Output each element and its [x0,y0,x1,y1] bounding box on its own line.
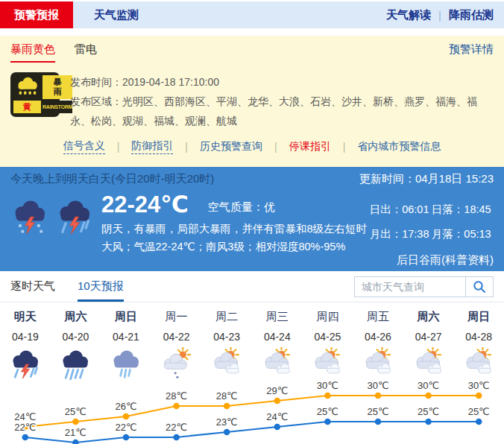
svg-text:30℃: 30℃ [317,380,338,391]
current-weather-panel: 今天晚上到明天白天(今日20时-明天20时) 更新时间：04月18日 15:23… [0,167,504,271]
partly-cloudy-icon [453,347,504,380]
forecast-period-title: 今天晚上到明天白天(今日20时-明天20时) [10,172,214,188]
publish-time-value: 2019-04-18 17:10:00 [122,76,219,88]
tab-hourly-weather[interactable]: 逐时天气 [10,279,55,302]
thunderstorm-icon [0,347,51,380]
weather-description: 阴天，有暴雨，局部大暴雨，并伴有雷暴和8级左右短时大风；气温22-24℃；南风3… [101,220,370,256]
tab-ten-day-forecast[interactable]: 10天预报 [78,279,124,302]
partly-cloudy-icon [353,347,403,380]
svg-text:22℃: 22℃ [115,422,136,433]
publish-area-value: 光明区、西部海区、平湖、龙华、大浪、石岩、沙井、新桥、燕罗、福海、福永、松岗、观… [70,95,477,127]
warning-info: 发布时间：2019-04-18 17:10:00 发布区域：光明区、西部海区、平… [70,72,494,130]
link-weather-interpretation[interactable]: 天气解读 [386,8,431,22]
partly-cloudy-icon [403,347,454,380]
svg-text:25℃: 25℃ [65,406,86,417]
link-history-warning-query[interactable]: 历史预警查询 [200,140,262,153]
day-name: 周一 [151,310,202,323]
current-weather-icons [10,191,101,252]
svg-text:23℃: 23℃ [216,416,238,428]
forecast-day[interactable]: 周四04-25 [303,310,353,380]
forecast-day[interactable]: 周二04-23 [201,310,252,380]
svg-text:24℃: 24℃ [14,411,36,422]
day-name: 周三 [252,310,303,323]
forecast-day[interactable]: 周一04-22 [151,310,202,380]
thunderstorm-icon [55,197,94,252]
forecast-tabs-bar: 逐时天气 10天预报 [0,271,504,302]
day-name: 周六 [403,310,454,323]
links-divider: | [117,141,120,153]
svg-text:28℃: 28℃ [166,390,187,402]
svg-text:25℃: 25℃ [317,406,338,417]
day-date: 04-26 [353,331,403,343]
warning-links-row: 信号含义 | 防御指引 | 历史预警查询 | 停课指引 | 省内城市预警信息 [0,139,504,154]
current-weather-summary: 22-24℃ 空气质量：优 阴天，有暴雨，局部大暴雨，并伴有雷暴和8级左右短时大… [101,191,370,252]
svg-text:25℃: 25℃ [367,406,388,417]
forecast-day[interactable]: 周六04-27 [403,310,454,380]
heavy-rain-icon [51,347,101,380]
warning-cloud-icon [13,75,41,99]
search-icon [472,279,487,294]
moonset-time: 月落：05:13 [432,227,494,241]
forecast-day[interactable]: 周日04-28 [453,310,504,380]
day-name: 周日 [101,310,151,323]
link-rain-estimate[interactable]: 降雨估测 [449,8,494,22]
tab-lightning[interactable]: 雷电 [75,42,97,63]
nav-divider: | [438,9,441,22]
forecast-day[interactable]: 周五04-26 [353,310,403,380]
sun-moon-times: 日出：06:01 日落：18:45 月出：17:38 月落：05:13 [370,191,494,252]
day-date: 04-25 [303,331,353,343]
ten-day-grid: 明天04-19周六04-20周日04-21周一04-22 周二04-23 周三0… [0,302,504,380]
day-date: 04-24 [252,331,303,343]
day-name: 周四 [303,310,353,323]
sunset-time: 日落：18:45 [432,203,494,217]
search-button[interactable] [465,276,494,297]
svg-text:30℃: 30℃ [367,380,388,391]
day-name: 明天 [0,310,51,323]
links-divider: | [274,141,277,153]
tab-rainstorm-yellow[interactable]: 暴雨黄色 [10,42,55,63]
city-search-input[interactable] [354,276,466,297]
tab-weather-monitor[interactable]: 天气监测 [73,1,160,28]
link-province-city-warnings[interactable]: 省内城市预警信息 [357,140,441,153]
publish-time-row: 发布时间：2019-04-18 17:10:00 [70,72,494,92]
rain-icon [101,347,151,380]
tab-warning-forecast[interactable]: 预警预报 [0,1,73,28]
svg-text:28℃: 28℃ [216,390,238,402]
link-class-suspension-guide[interactable]: 停课指引 [289,140,331,153]
link-defense-guide[interactable]: 防御指引 [131,139,173,154]
publish-area-row: 发布区域：光明区、西部海区、平湖、龙华、大浪、石岩、沙井、新桥、燕罗、福海、福永… [70,92,494,130]
day-name: 周二 [201,310,252,323]
warning-body: 暴 雨 黄 RAINSTORM 发布时间：2019-04-18 17:10:00… [0,63,504,130]
links-divider: | [185,141,188,153]
moonrise-time: 月出：17:38 [370,227,432,241]
day-date: 04-27 [403,331,454,343]
forecast-day[interactable]: 周日04-21 [101,310,151,380]
warning-name-label: 暴 雨 [42,75,72,99]
link-warning-detail[interactable]: 预警详情 [449,42,494,63]
day-date: 04-22 [151,331,202,343]
warning-level-label: 黄 [13,101,41,113]
forecast-day[interactable]: 明天04-19 [0,310,51,380]
link-signal-meaning[interactable]: 信号含义 [63,139,105,154]
panel-body: 22-24℃ 空气质量：优 阴天，有暴雨，局部大暴雨，并伴有雷暴和8级左右短时大… [0,188,504,252]
day-date: 04-28 [453,331,504,343]
temperature-chart-svg: 24℃25℃26℃28℃28℃29℃30℃30℃30℃30℃22℃21℃22℃2… [0,380,504,444]
warning-section: 暴雨黄色 雷电 预警详情 暴 雨 [0,36,504,167]
svg-text:30℃: 30℃ [468,380,490,391]
svg-text:24℃: 24℃ [266,411,288,422]
svg-text:30℃: 30℃ [418,380,439,391]
partly-cloudy-icon [252,347,303,380]
forecast-day[interactable]: 周六04-20 [51,310,101,380]
svg-text:25℃: 25℃ [468,406,490,417]
svg-text:21℃: 21℃ [65,427,86,438]
warning-english-label: RAINSTORM [42,101,72,113]
day-name: 周六 [51,310,101,323]
forecast-day[interactable]: 周三04-24 [252,310,303,380]
sunrise-time: 日出：06:01 [370,203,432,217]
day-date: 04-20 [51,331,101,343]
svg-text:22℃: 22℃ [166,422,187,433]
top-nav: 预警预报 天气监测 天气解读 | 降雨估测 [0,1,504,28]
rainstorm-yellow-warning-icon: 暴 雨 黄 RAINSTORM [10,72,60,117]
link-solar-term[interactable]: 后日谷雨(科普资料) [397,253,494,266]
sun-shower-icon [151,347,202,380]
